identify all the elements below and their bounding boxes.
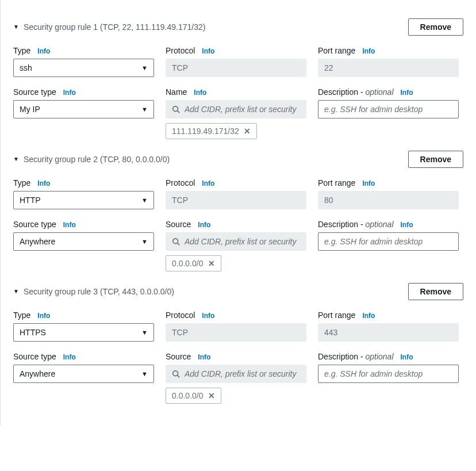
type-select-value: HTTPS [20,328,46,337]
protocol-value: TCP [166,191,306,209]
type-label: Type [13,46,30,55]
security-group-rule: ▼ Security group rule 1 (TCP, 22, 111.11… [13,18,463,139]
info-link[interactable]: Info [63,221,76,229]
description-input[interactable] [324,369,452,378]
remove-button[interactable]: Remove [408,151,463,168]
search-icon [172,370,180,378]
source-chip: 111.119.49.171/32 ✕ [166,123,257,139]
chevron-down-icon: ▼ [141,329,148,336]
type-select[interactable]: ssh ▼ [13,59,154,77]
source-label: Source [166,352,191,361]
info-link[interactable]: Info [198,353,210,361]
security-group-rule: ▼ Security group rule 3 (TCP, 443, 0.0.0… [13,283,463,404]
description-input-wrap [318,232,459,251]
source-search-field[interactable] [185,105,300,114]
svg-point-2 [173,239,178,244]
description-label: Description - optional [318,87,394,97]
chevron-down-icon: ▼ [141,106,148,113]
source-chip: 0.0.0.0/0 ✕ [166,388,221,404]
source-chip-text: 0.0.0.0/0 [172,391,204,400]
svg-line-3 [178,243,180,246]
source-search-input[interactable] [166,100,306,118]
info-link[interactable]: Info [202,312,214,320]
source-label: Source [166,220,191,229]
chevron-down-icon: ▼ [141,64,148,71]
info-link[interactable]: Info [362,47,375,55]
chevron-down-icon: ▼ [141,238,148,245]
source-type-label: Source type [13,352,56,361]
info-link[interactable]: Info [37,179,50,187]
info-link[interactable]: Info [362,312,375,320]
source-label: Name [166,87,187,97]
svg-point-0 [173,106,178,112]
svg-point-4 [173,371,178,376]
type-select-value: ssh [20,63,32,72]
info-link[interactable]: Info [362,179,375,187]
source-type-select-value: Anywhere [20,237,55,246]
remove-button[interactable]: Remove [408,283,463,300]
svg-line-5 [178,376,180,378]
close-icon[interactable]: ✕ [208,391,215,400]
protocol-label: Protocol [166,46,195,55]
search-icon [172,238,180,246]
source-type-select-value: My IP [20,105,40,114]
description-input[interactable] [324,237,452,246]
expand-caret-icon[interactable]: ▼ [13,289,19,294]
source-type-select[interactable]: Anywhere ▼ [13,232,154,251]
rule-title: Security group rule 2 (TCP, 80, 0.0.0.0/… [24,155,170,164]
info-link[interactable]: Info [37,47,50,55]
description-input-wrap [318,100,459,118]
type-label: Type [13,178,30,187]
info-link[interactable]: Info [401,221,413,229]
rule-title: Security group rule 1 (TCP, 22, 111.119.… [24,22,206,32]
expand-caret-icon[interactable]: ▼ [13,156,19,162]
info-link[interactable]: Info [202,47,214,55]
type-select-value: HTTP [20,196,41,205]
source-chip: 0.0.0.0/0 ✕ [166,255,221,271]
port-range-label: Port range [318,46,355,55]
source-search-input[interactable] [166,365,306,383]
description-label: Description - optional [318,220,394,229]
protocol-value: TCP [166,323,306,342]
svg-line-1 [178,111,180,113]
type-select[interactable]: HTTP ▼ [13,191,154,209]
security-group-rule: ▼ Security group rule 2 (TCP, 80, 0.0.0.… [13,151,463,271]
source-chip-text: 111.119.49.171/32 [172,127,239,136]
close-icon[interactable]: ✕ [208,259,215,268]
info-link[interactable]: Info [198,221,210,229]
search-icon [172,105,180,113]
close-icon[interactable]: ✕ [244,127,251,136]
info-link[interactable]: Info [401,89,413,97]
info-link[interactable]: Info [401,353,413,361]
protocol-label: Protocol [166,311,195,320]
type-label: Type [13,311,30,320]
protocol-value: TCP [166,59,306,77]
port-range-label: Port range [318,311,355,320]
source-type-label: Source type [13,220,56,229]
port-range-value: 80 [318,191,459,209]
source-search-input[interactable] [166,232,306,251]
type-select[interactable]: HTTPS ▼ [13,323,154,342]
info-link[interactable]: Info [37,312,50,320]
source-type-select[interactable]: My IP ▼ [13,100,154,118]
port-range-value: 22 [318,59,459,77]
protocol-label: Protocol [166,178,195,187]
port-range-label: Port range [318,178,355,187]
description-label: Description - optional [318,352,394,361]
source-type-label: Source type [13,87,56,97]
source-type-select[interactable]: Anywhere ▼ [13,365,154,383]
info-link[interactable]: Info [194,89,206,97]
info-link[interactable]: Info [63,353,76,361]
info-link[interactable]: Info [63,89,76,97]
chevron-down-icon: ▼ [141,197,148,204]
port-range-value: 443 [318,323,459,342]
description-input[interactable] [324,105,452,114]
remove-button[interactable]: Remove [408,18,463,36]
source-chip-text: 0.0.0.0/0 [172,259,204,268]
source-search-field[interactable] [185,369,300,378]
expand-caret-icon[interactable]: ▼ [13,24,19,30]
source-type-select-value: Anywhere [20,369,55,378]
info-link[interactable]: Info [202,179,214,187]
source-search-field[interactable] [185,237,300,246]
description-input-wrap [318,365,459,383]
